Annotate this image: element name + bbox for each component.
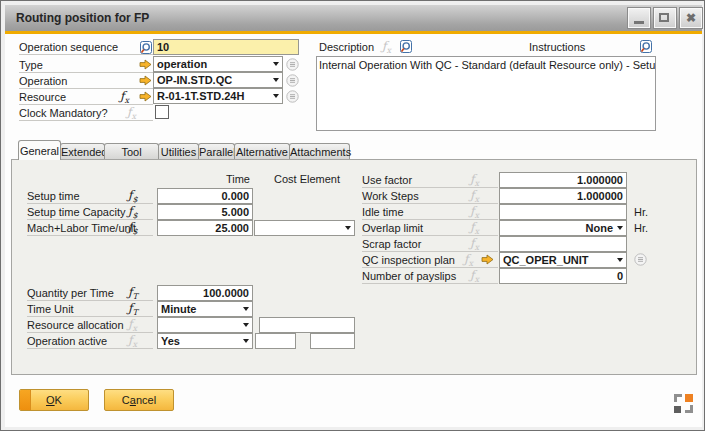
formula-icon-disabled: ƒx (127, 105, 136, 121)
zoom-editor-icon[interactable] (639, 39, 653, 56)
tab-utilities[interactable]: Utilities (158, 143, 199, 160)
minimize-button[interactable] (628, 8, 650, 28)
resource-value: R-01-1T.STD.24H (157, 90, 244, 102)
formula-icon[interactable]: ƒx (120, 89, 129, 105)
formula-icon-disabled: ƒx (470, 172, 479, 188)
resource-dropdown[interactable]: R-01-1T.STD.24H (153, 88, 283, 104)
mach-labor-time-input[interactable]: 25.000 (157, 220, 253, 236)
chevron-down-icon (243, 339, 249, 343)
choose-from-list-icon[interactable] (634, 253, 647, 268)
tab-parallel[interactable]: Parallel (198, 143, 235, 160)
scrap-factor-input[interactable] (499, 236, 627, 252)
cost-element-dropdown[interactable] (254, 220, 355, 236)
formula-icon-disabled: ƒx (470, 188, 479, 204)
idle-time-input[interactable] (499, 204, 627, 220)
general-tab-panel: Time Cost Element Setup time ƒ$ 0.000 Se… (11, 159, 697, 375)
zoom-editor-icon[interactable] (399, 39, 413, 56)
link-arrow-icon[interactable] (139, 91, 152, 104)
operation-label: Operation (19, 73, 153, 89)
zoom-editor-icon[interactable] (139, 40, 153, 57)
chevron-down-icon (273, 62, 279, 66)
number-of-payslips-input[interactable]: 0 (499, 268, 627, 284)
quantity-per-time-input[interactable]: 100.0000 (157, 285, 253, 301)
tab-tool[interactable]: Tool (104, 143, 159, 160)
time-column-header: Time (157, 172, 250, 186)
routing-position-dialog: Routing position for FP ✖ Operation sequ… (0, 0, 705, 431)
setup-time-input[interactable]: 0.000 (157, 188, 253, 204)
minimize-icon (634, 21, 644, 24)
chevron-down-icon (617, 258, 623, 262)
formula-icon[interactable]: ƒT (128, 285, 138, 301)
link-arrow-icon[interactable] (139, 59, 152, 72)
window-title: Routing position for FP (16, 5, 149, 31)
operation-active-from-input[interactable] (255, 333, 296, 349)
operation-sequence-value: 10 (157, 41, 169, 53)
close-button[interactable]: ✖ (680, 8, 702, 28)
setup-time-capacity-input[interactable]: 5.000 (157, 204, 253, 220)
formula-icon-disabled: ƒx (128, 317, 137, 333)
tab-extended[interactable]: Extended (60, 143, 105, 160)
description-text: Internal Operation With QC - Standard (d… (319, 59, 656, 71)
link-arrow-icon[interactable] (139, 75, 152, 88)
formula-icon-disabled: ƒx (470, 236, 479, 252)
work-steps-input[interactable]: 1.000000 (499, 188, 627, 204)
formula-icon[interactable]: ƒT (128, 301, 138, 317)
time-unit-dropdown[interactable]: Minute (157, 301, 253, 317)
operation-value: OP-IN.STD.QC (157, 74, 232, 86)
overlap-limit-unit: Hr. (634, 220, 648, 236)
link-arrow-icon[interactable] (481, 254, 494, 267)
chevron-down-icon (273, 78, 279, 82)
maximize-icon (659, 13, 669, 22)
dialog-content: Operation sequence 10 Type operation Ope… (5, 34, 702, 427)
formula-icon-disabled: ƒx (464, 252, 473, 268)
resource-allocation-dropdown[interactable] (157, 317, 253, 333)
type-dropdown[interactable]: operation (153, 56, 283, 72)
choose-from-list-icon[interactable] (286, 90, 299, 105)
instructions-label: Instructions (529, 39, 585, 55)
type-label: Type (19, 57, 153, 73)
operation-dropdown[interactable]: OP-IN.STD.QC (153, 72, 283, 88)
operation-active-to-input[interactable] (310, 333, 355, 349)
tab-alternative[interactable]: Alternative (234, 143, 290, 160)
chevron-down-icon (617, 226, 623, 230)
formula-icon-disabled: ƒx (128, 333, 137, 349)
ok-button-accent (20, 390, 31, 410)
qc-inspection-plan-label: QC inspection plan (362, 252, 498, 268)
resize-grip-icon[interactable] (674, 394, 693, 413)
description-textarea[interactable]: Internal Operation With QC - Standard (d… (316, 56, 656, 131)
operation-sequence-label: Operation sequence (19, 39, 153, 55)
formula-icon-disabled: ƒx (470, 220, 479, 236)
type-value: operation (157, 58, 207, 70)
chevron-down-icon (345, 226, 351, 230)
clock-mandatory-checkbox[interactable] (155, 105, 169, 119)
resource-allocation-extra-input[interactable] (259, 317, 355, 333)
formula-icon[interactable]: ƒ$ (128, 220, 138, 236)
formula-icon-disabled: ƒx (470, 204, 479, 220)
chevron-down-icon (273, 94, 279, 98)
resource-label: Resource (19, 89, 153, 105)
formula-icon-disabled: ƒx (470, 268, 479, 284)
titlebar[interactable]: Routing position for FP ✖ (5, 5, 702, 32)
close-icon: ✖ (681, 10, 701, 27)
overlap-limit-dropdown[interactable]: None (499, 220, 627, 236)
description-label: Description (319, 39, 374, 55)
ok-button[interactable]: OK (19, 389, 89, 411)
operation-active-dropdown[interactable]: Yes (157, 333, 253, 349)
use-factor-input[interactable]: 1.000000 (499, 172, 627, 188)
choose-from-list-icon[interactable] (286, 58, 299, 73)
idle-time-unit: Hr. (634, 204, 648, 220)
choose-from-list-icon[interactable] (286, 74, 299, 89)
chevron-down-icon (243, 307, 249, 311)
qc-inspection-plan-dropdown[interactable]: QC_OPER_UNIT (499, 252, 627, 268)
operation-sequence-input[interactable]: 10 (153, 39, 299, 55)
formula-icon[interactable]: ƒ$ (128, 188, 138, 204)
formula-icon[interactable]: ƒ$ (128, 204, 138, 220)
tab-attachments[interactable]: Attachments (289, 143, 350, 160)
maximize-button[interactable] (654, 8, 676, 28)
cost-element-column-header: Cost Element (262, 172, 352, 186)
chevron-down-icon (243, 323, 249, 327)
formula-icon-disabled: ƒx (382, 39, 391, 55)
tab-general[interactable]: General (18, 140, 61, 160)
cancel-button[interactable]: Cancel (104, 389, 174, 411)
